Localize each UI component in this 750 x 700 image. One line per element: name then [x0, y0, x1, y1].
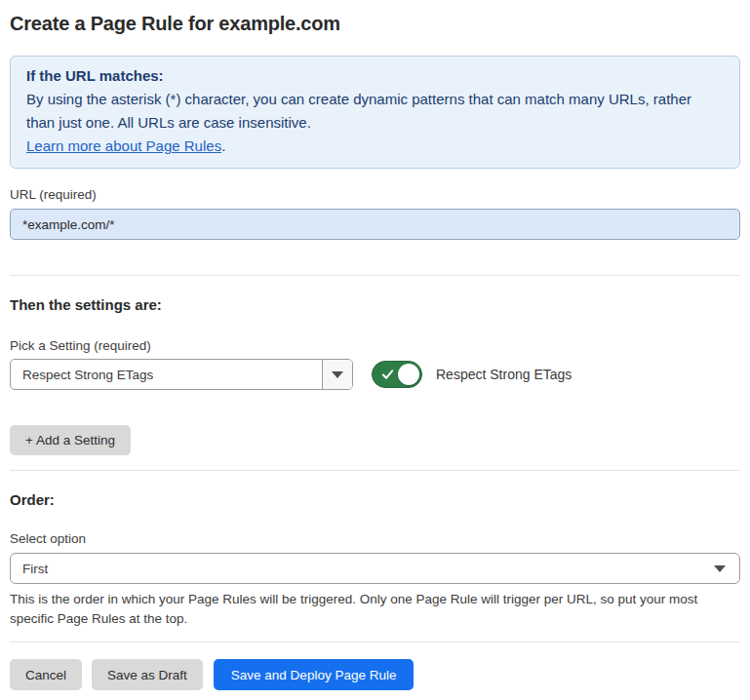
save-as-draft-button[interactable]: Save as Draft [92, 659, 203, 690]
order-section-heading: Order: [10, 490, 740, 509]
order-select[interactable]: First [10, 553, 740, 584]
pick-setting-label: Pick a Setting (required) [10, 337, 740, 354]
order-select-value: First [22, 562, 48, 576]
url-field-label: URL (required) [10, 186, 740, 203]
chevron-down-icon [714, 565, 726, 572]
setting-dropdown-value: Respect Strong ETags [11, 360, 322, 389]
footer-divider [10, 642, 740, 642]
etags-toggle[interactable] [372, 361, 422, 388]
check-icon [381, 369, 394, 381]
select-option-label: Select option [10, 530, 740, 547]
url-match-info-box: If the URL matches: By using the asteris… [10, 56, 740, 169]
footer-actions: Cancel Save as Draft Save and Deploy Pag… [10, 659, 740, 690]
info-box-link-line: Learn more about Page Rules. [26, 135, 724, 158]
setting-dropdown-arrow-button[interactable] [322, 360, 352, 389]
section-divider [10, 275, 740, 276]
page-rule-form: Create a Page Rule for example.com If th… [0, 12, 750, 690]
link-suffix: . [221, 137, 225, 154]
toggle-knob [398, 364, 419, 385]
order-help-text: This is the order in which your Page Rul… [10, 590, 740, 629]
info-box-heading: If the URL matches: [26, 64, 724, 88]
section-divider [10, 470, 740, 471]
chevron-down-icon [332, 371, 343, 378]
etags-toggle-group: Respect Strong ETags [372, 361, 572, 388]
add-setting-button[interactable]: + Add a Setting [10, 425, 131, 455]
save-and-deploy-button[interactable]: Save and Deploy Page Rule [214, 659, 414, 690]
learn-more-link[interactable]: Learn more about Page Rules [26, 137, 221, 154]
url-input[interactable] [10, 209, 740, 240]
setting-dropdown[interactable]: Respect Strong ETags [10, 359, 353, 390]
settings-section-heading: Then the settings are: [10, 295, 740, 314]
info-box-body: By using the asterisk (*) character, you… [26, 88, 724, 135]
cancel-button[interactable]: Cancel [10, 659, 82, 690]
setting-controls-row: Respect Strong ETags Respect Strong ETag… [10, 359, 740, 390]
etags-toggle-label: Respect Strong ETags [436, 367, 572, 382]
page-title: Create a Page Rule for example.com [10, 12, 740, 35]
